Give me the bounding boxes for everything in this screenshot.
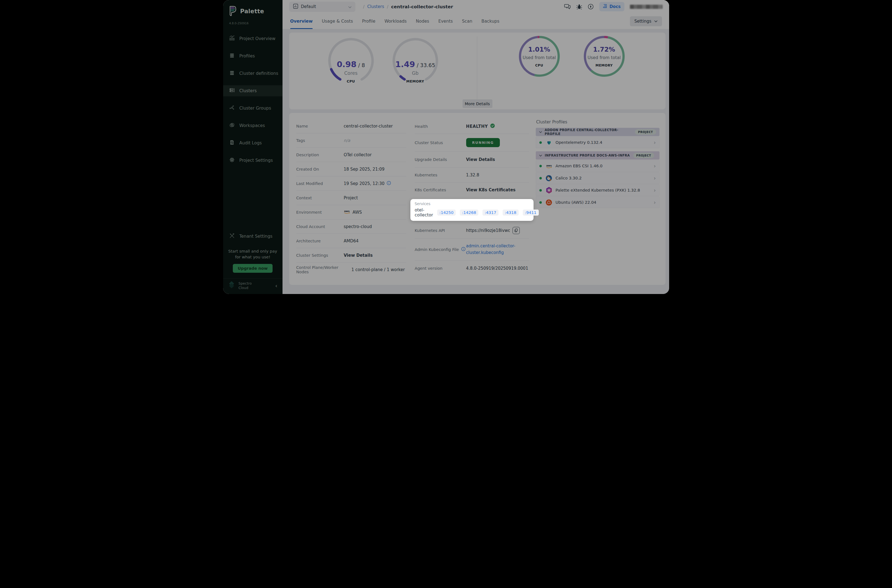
- status-row-upgrade: Upgrade Details View Details: [415, 152, 529, 168]
- user-name-redacted[interactable]: [630, 5, 662, 9]
- detail-row-description: Description OTel collector: [296, 148, 406, 162]
- sidebar-item-audit-logs[interactable]: Audit Logs: [223, 138, 282, 148]
- sidebar-item-label: Cluster Groups: [239, 106, 271, 111]
- status-row-cluster-status: Cluster Status RUNNING: [415, 134, 529, 152]
- layers-icon: [229, 53, 235, 59]
- detail-row-cloud-account: Cloud Account spectro-cloud: [296, 219, 406, 234]
- service-port-link[interactable]: :14268: [460, 210, 478, 216]
- chevron-down-icon: [539, 154, 542, 156]
- tab-backups[interactable]: Backups: [481, 13, 499, 29]
- footer-brand-line: Cloud: [239, 286, 252, 290]
- kubeconfig-download-link[interactable]: admin.central-collector-cluster.kubeconf…: [466, 243, 525, 256]
- project-name: Default: [301, 4, 316, 9]
- memory-donut-label: MEMORY: [583, 63, 626, 68]
- sidebar-item-profiles[interactable]: Profiles: [223, 51, 282, 62]
- detail-row-architecture: Architecture AMD64: [296, 234, 406, 248]
- upgrade-promo: Start small and only pay for what you us…: [223, 249, 282, 260]
- tab-profile[interactable]: Profile: [362, 13, 375, 29]
- sidebar-item-label: Cluster definitions: [239, 71, 278, 76]
- more-details-button[interactable]: More Details: [463, 99, 493, 108]
- breadcrumb-link-clusters[interactable]: Clusters: [367, 4, 384, 9]
- status-dot: [539, 189, 542, 192]
- breadcrumb-separator: /: [387, 4, 388, 9]
- chevron-right-icon: ›: [654, 163, 656, 169]
- profile-item-pxk[interactable]: Palette eXtended Kubernetes (PXK) 1.32.8…: [536, 184, 659, 196]
- project-badge: PROJECT: [633, 153, 654, 158]
- status-dot: [539, 201, 542, 204]
- docs-button[interactable]: Docs: [599, 2, 625, 11]
- memory-donut-percent: 1.72%: [583, 46, 626, 53]
- aws-icon: aws: [546, 163, 552, 169]
- collapse-sidebar-icon[interactable]: ‹: [275, 282, 278, 289]
- chat-icon[interactable]: [564, 4, 571, 10]
- upgrade-now-button[interactable]: Upgrade now: [233, 264, 273, 273]
- topbar: Default / Clusters / central-collector-c…: [282, 0, 669, 13]
- sidebar-item-workspaces[interactable]: Workspaces: [223, 120, 282, 131]
- addon-profile-group: ADDON PROFILE CENTRAL-COLLECTOR-PROFILE …: [536, 128, 659, 148]
- service-port-link[interactable]: :4318: [503, 210, 519, 216]
- gear-icon: [229, 157, 235, 164]
- kubernetes-api-url: https://ni9ozje18ivwoy2ah70ynx...: [466, 228, 510, 233]
- sidebar-item-cluster-groups[interactable]: Cluster Groups: [223, 103, 282, 114]
- tab-usage-costs[interactable]: Usage & Costs: [322, 13, 353, 29]
- sidebar-item-tenant-settings[interactable]: Tenant Settings: [223, 231, 282, 242]
- sidebar-item-label: Project Settings: [239, 158, 273, 163]
- info-icon[interactable]: [461, 247, 466, 252]
- svg-text:aws: aws: [344, 210, 350, 213]
- sidebar-item-label: Tenant Settings: [239, 234, 273, 239]
- check-circle-icon: [490, 123, 495, 129]
- status-column: Health HEALTHY Cluster Status RUNNING Up…: [415, 119, 529, 276]
- network-icon: [229, 105, 235, 111]
- view-details-link[interactable]: View Details: [344, 253, 373, 258]
- status-row-kubernetes: Kubernetes 1.32.8: [415, 168, 529, 183]
- cpu-donut-percent: 1.01%: [518, 46, 561, 53]
- sidebar-item-clusters[interactable]: Clusters: [223, 85, 282, 96]
- addon-profile-header[interactable]: ADDON PROFILE CENTRAL-COLLECTOR-PROFILE …: [536, 128, 659, 136]
- profile-item-calico[interactable]: Calico 3.30.2 ›: [536, 172, 659, 184]
- view-k8s-certificates-link[interactable]: View K8s Certificates: [466, 188, 516, 192]
- chevron-right-icon: ›: [654, 187, 656, 193]
- sidebar-item-project-settings[interactable]: Project Settings: [223, 155, 282, 166]
- orbit-icon: [229, 122, 235, 129]
- footer-brand-line: Spectro: [239, 281, 252, 286]
- tab-nodes[interactable]: Nodes: [416, 13, 429, 29]
- cpu-gauge-value: 0.98 / 8: [327, 60, 375, 69]
- info-icon[interactable]: [387, 181, 391, 186]
- chevron-down-icon: [539, 131, 542, 133]
- service-port-link[interactable]: :9411: [523, 210, 539, 216]
- server-icon: [229, 87, 235, 94]
- compass-icon[interactable]: [588, 4, 594, 10]
- detail-row-modified: Last Modified 19 Sep 2025, 12:30: [296, 176, 406, 191]
- detail-row-context: Context Project: [296, 191, 406, 205]
- bug-icon[interactable]: [576, 4, 582, 10]
- tab-workloads[interactable]: Workloads: [384, 13, 407, 29]
- topbar-actions: Docs: [564, 2, 669, 11]
- view-upgrade-details-link[interactable]: View Details: [466, 157, 495, 162]
- usage-card: 0.98 / 8 Cores CPU 1.49 / 33.65 Gb MEMOR…: [289, 33, 665, 110]
- settings-button[interactable]: Settings: [630, 16, 662, 26]
- cluster-profiles-title: Cluster Profiles: [536, 120, 659, 124]
- profile-item-ubuntu[interactable]: Ubuntu (AWS) 22.04 ›: [536, 196, 659, 208]
- service-port-link[interactable]: :14250: [437, 210, 456, 216]
- sidebar-item-project-overview[interactable]: Project Overview: [223, 33, 282, 44]
- tab-overview[interactable]: Overview: [290, 13, 313, 29]
- service-port-link[interactable]: :4317: [482, 210, 499, 216]
- status-dot: [539, 141, 542, 144]
- detail-row-nodes: Control Plane/Worker Nodes 1 control-pla…: [296, 262, 406, 277]
- profile-item-ebs-csi[interactable]: aws Amazon EBS CSI 1.46.0 ›: [536, 160, 659, 172]
- aws-icon: aws: [344, 210, 350, 215]
- brand-name: Palette: [240, 8, 264, 15]
- copy-icon[interactable]: [512, 227, 520, 234]
- divider: [477, 36, 477, 100]
- cluster-details-card: Name central-collector-cluster Tags n/a …: [289, 113, 665, 285]
- sidebar-item-label: Workspaces: [239, 123, 265, 128]
- sidebar-item-cluster-definitions[interactable]: Cluster definitions: [223, 68, 282, 79]
- tab-scan[interactable]: Scan: [462, 13, 473, 29]
- promo-line: for what you use!: [223, 254, 282, 260]
- infrastructure-profile-header[interactable]: INFRASTRUCTURE PROFILE DOCS-AWS-INFRA PR…: [536, 151, 659, 159]
- memory-gauge-label: MEMORY: [391, 79, 440, 83]
- project-selector[interactable]: Default: [289, 2, 356, 12]
- tab-events[interactable]: Events: [438, 13, 453, 29]
- profile-item-opentelemetry[interactable]: Opentelemetry 0.132.4 ›: [536, 136, 659, 148]
- app-window: Palette 4.8.0-250916 Project Overview Pr…: [223, 0, 669, 294]
